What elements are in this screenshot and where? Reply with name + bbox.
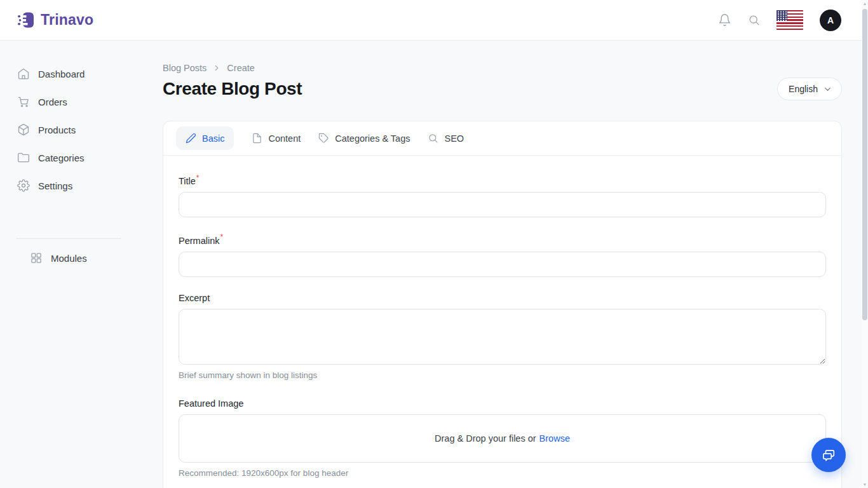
chat-button[interactable] bbox=[811, 438, 846, 472]
sidebar-item-settings[interactable]: Settings bbox=[0, 172, 150, 200]
tab-bar: Basic Content Categories & Tags SEO bbox=[163, 121, 841, 156]
featured-image-field-group: Featured Image Drag & Drop your files or… bbox=[179, 398, 826, 478]
featured-image-label: Featured Image bbox=[179, 398, 243, 409]
sidebar-item-label: Categories bbox=[38, 152, 85, 163]
language-selector[interactable]: English bbox=[777, 78, 842, 100]
sidebar-divider bbox=[16, 238, 121, 239]
sidebar-item-categories[interactable]: Categories bbox=[0, 144, 150, 172]
brand-logo[interactable]: Trinavo bbox=[18, 11, 93, 29]
required-asterisk: * bbox=[220, 233, 223, 241]
language-selector-value: English bbox=[789, 84, 818, 94]
breadcrumb: Blog Posts Create bbox=[163, 63, 842, 73]
home-icon bbox=[17, 67, 30, 80]
tab-label: Basic bbox=[202, 133, 224, 144]
gear-icon bbox=[17, 179, 30, 192]
excerpt-helper-text: Brief summary shown in blog listings bbox=[179, 370, 826, 380]
trinavo-logo-icon bbox=[18, 11, 35, 29]
bell-icon[interactable] bbox=[718, 13, 731, 27]
permalink-input[interactable] bbox=[179, 252, 826, 277]
sidebar-item-label: Products bbox=[38, 125, 76, 135]
flag-canton bbox=[776, 10, 787, 21]
dropzone-text: Drag & Drop your files or bbox=[435, 433, 536, 444]
cart-icon bbox=[17, 95, 30, 108]
permalink-label: Permalink bbox=[179, 236, 219, 246]
tab-basic[interactable]: Basic bbox=[176, 126, 234, 150]
folder-icon bbox=[17, 151, 30, 164]
browse-link[interactable]: Browse bbox=[539, 433, 570, 444]
chevron-right-icon bbox=[212, 64, 221, 72]
user-avatar[interactable]: A bbox=[820, 10, 841, 31]
featured-image-dropzone[interactable]: Drag & Drop your files or Browse bbox=[179, 414, 826, 463]
search-icon[interactable] bbox=[748, 14, 760, 26]
scrollbar-down-arrow[interactable]: ▼ bbox=[862, 482, 868, 487]
brand-name: Trinavo bbox=[41, 11, 93, 29]
sidebar-nav: Dashboard Orders Products Categories Set… bbox=[0, 41, 150, 488]
breadcrumb-blog-posts[interactable]: Blog Posts bbox=[163, 63, 207, 73]
sidebar-item-label: Modules bbox=[51, 253, 87, 264]
title-label: Title bbox=[179, 176, 196, 186]
tag-icon bbox=[318, 133, 329, 144]
chevron-down-icon bbox=[823, 85, 832, 94]
scrollbar-thumb[interactable] bbox=[862, 9, 867, 320]
basic-form: Title* Permalink* Excerpt Brief summary … bbox=[163, 156, 841, 488]
search-icon bbox=[428, 133, 438, 144]
tab-categories-tags[interactable]: Categories & Tags bbox=[318, 126, 410, 150]
excerpt-textarea[interactable] bbox=[179, 309, 826, 365]
main-content: Blog Posts Create Create Blog Post Engli… bbox=[150, 41, 862, 488]
box-icon bbox=[17, 123, 30, 136]
title-input[interactable] bbox=[179, 192, 826, 217]
grid-icon bbox=[30, 252, 43, 264]
excerpt-label: Excerpt bbox=[179, 293, 210, 303]
pencil-icon bbox=[186, 133, 196, 144]
required-asterisk: * bbox=[196, 173, 200, 182]
title-field-group: Title* bbox=[179, 173, 826, 217]
page-title: Create Blog Post bbox=[163, 79, 302, 99]
tab-label: Content bbox=[268, 133, 301, 144]
form-card: Basic Content Categories & Tags SEO bbox=[163, 121, 842, 488]
sidebar-item-label: Dashboard bbox=[38, 69, 85, 79]
top-header: Trinavo A bbox=[0, 0, 862, 41]
featured-image-helper-text: Recommended: 1920x600px for blog header bbox=[179, 468, 826, 478]
us-flag-icon[interactable] bbox=[776, 10, 803, 30]
permalink-field-group: Permalink* bbox=[179, 233, 826, 276]
page-scrollbar[interactable]: ▲ ▼ bbox=[862, 0, 868, 488]
sidebar-item-dashboard[interactable]: Dashboard bbox=[0, 60, 150, 88]
sidebar-item-products[interactable]: Products bbox=[0, 116, 150, 144]
tab-seo[interactable]: SEO bbox=[428, 126, 464, 150]
tab-label: Categories & Tags bbox=[335, 133, 410, 144]
tab-label: SEO bbox=[444, 133, 464, 144]
scrollbar-up-arrow[interactable]: ▲ bbox=[862, 1, 868, 6]
sidebar-item-label: Orders bbox=[38, 97, 67, 107]
excerpt-field-group: Excerpt Brief summary shown in blog list… bbox=[179, 292, 826, 380]
chat-bubbles-icon bbox=[820, 447, 837, 464]
file-icon bbox=[252, 133, 262, 144]
sidebar-item-orders[interactable]: Orders bbox=[0, 88, 150, 116]
breadcrumb-create: Create bbox=[227, 63, 255, 73]
tab-content[interactable]: Content bbox=[252, 126, 301, 150]
sidebar-item-modules[interactable]: Modules bbox=[0, 244, 150, 272]
sidebar-item-label: Settings bbox=[38, 180, 72, 191]
